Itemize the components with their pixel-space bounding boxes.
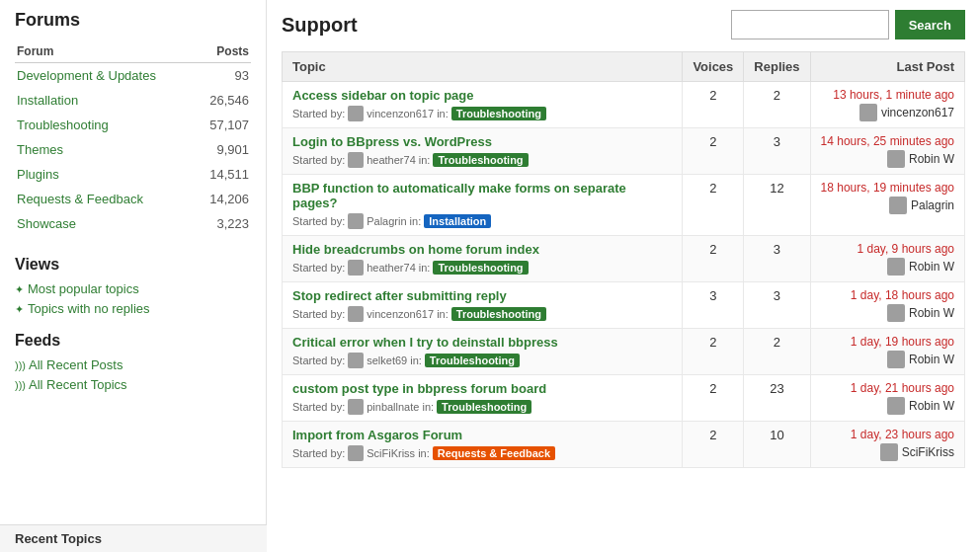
topic-meta: Started by: heather74 in: Troubleshootin… <box>292 152 672 168</box>
topic-row: BBP function to automatically make forms… <box>283 175 965 236</box>
last-post-username: Robin W <box>909 399 954 413</box>
topic-voices: 2 <box>683 128 744 175</box>
topic-tag[interactable]: Troubleshooting <box>433 261 528 275</box>
feeds-section-title: Feeds <box>15 332 251 350</box>
topic-author: SciFiKriss in: <box>367 447 430 459</box>
forum-posts: 57,107 <box>197 113 251 137</box>
topic-title-link[interactable]: Login to BBpress vs. WordPress <box>292 134 672 149</box>
topic-tag[interactable]: Installation <box>424 214 491 228</box>
forum-name[interactable]: Development & Updates <box>15 63 197 89</box>
topic-title-link[interactable]: Hide breadcrumbs on home forum index <box>292 242 672 257</box>
forum-posts: 3,223 <box>197 211 251 236</box>
topic-meta: Started by: vincenzon617 in: Troubleshoo… <box>292 106 672 121</box>
forum-link[interactable]: Requests & Feedback <box>17 192 143 206</box>
avatar <box>859 104 877 121</box>
forum-name[interactable]: Installation <box>15 88 197 113</box>
topic-col-header: Topic <box>283 52 683 82</box>
forum-link[interactable]: Installation <box>17 93 78 108</box>
avatar <box>348 106 364 121</box>
topic-meta: Started by: SciFiKriss in: Requests & Fe… <box>292 445 672 461</box>
forum-link[interactable]: Plugins <box>17 167 59 182</box>
last-post-user: Robin W <box>821 150 954 168</box>
avatar <box>348 152 364 168</box>
views-link[interactable]: Most popular topics <box>28 281 139 296</box>
avatar <box>887 258 905 276</box>
topic-tag[interactable]: Troubleshooting <box>451 307 546 321</box>
views-link[interactable]: Topics with no replies <box>28 301 150 316</box>
topic-title-link[interactable]: Stop redirect after submitting reply <box>292 288 672 303</box>
forum-link[interactable]: Showcase <box>17 216 76 231</box>
forum-name[interactable]: Showcase <box>15 211 197 236</box>
last-post-user: Robin W <box>821 351 954 368</box>
last-post-user: Palagrin <box>821 197 954 214</box>
forum-name[interactable]: Requests & Feedback <box>15 187 197 211</box>
sidebar: Forums Forum Posts Development & Updates… <box>0 0 267 552</box>
topic-row: Critical error when I try to deinstall b… <box>283 329 965 375</box>
topic-meta: Started by: vincenzon617 in: Troubleshoo… <box>292 306 672 322</box>
topic-tag[interactable]: Requests & Feedback <box>433 446 555 460</box>
feeds-link[interactable]: All Recent Posts <box>29 357 122 372</box>
forum-name[interactable]: Troubleshooting <box>15 113 197 137</box>
forum-link[interactable]: Themes <box>17 142 63 157</box>
topic-tag[interactable]: Troubleshooting <box>425 354 520 367</box>
topic-last-post: 1 day, 18 hours ago Robin W <box>810 282 964 329</box>
last-post-user: Robin W <box>821 258 954 276</box>
last-post-username: Robin W <box>909 260 954 274</box>
topic-meta: Started by: heather74 in: Troubleshootin… <box>292 260 672 276</box>
last-post-user: SciFiKriss <box>821 443 954 461</box>
last-post-username: vincenzon617 <box>881 106 954 119</box>
last-post-time: 1 day, 21 hours ago <box>821 381 954 395</box>
forum-row: Plugins 14,511 <box>15 162 251 187</box>
forum-name[interactable]: Themes <box>15 137 197 162</box>
topic-row: Import from Asgaros Forum Started by: Sc… <box>283 422 965 468</box>
topic-title-link[interactable]: Critical error when I try to deinstall b… <box>292 335 672 350</box>
feeds-link[interactable]: All Recent Topics <box>29 377 126 392</box>
topic-tag[interactable]: Troubleshooting <box>433 153 528 167</box>
forum-name[interactable]: Plugins <box>15 162 197 187</box>
topic-replies: 12 <box>744 175 810 236</box>
last-post-time: 14 hours, 25 minutes ago <box>821 134 954 148</box>
topic-voices: 2 <box>683 329 744 375</box>
forum-col-header: Forum <box>15 40 197 63</box>
forum-posts: 14,206 <box>197 187 251 211</box>
topic-tag[interactable]: Troubleshooting <box>437 400 531 414</box>
avatar <box>348 353 364 368</box>
topic-title-link[interactable]: custom post type in bbpress forum board <box>292 381 672 396</box>
last-post-time: 13 hours, 1 minute ago <box>821 88 954 102</box>
forum-link[interactable]: Troubleshooting <box>17 118 109 132</box>
topic-author: vincenzon617 in: <box>367 108 449 119</box>
topic-author: pinballnate in: <box>367 401 434 413</box>
last-post-time: 1 day, 18 hours ago <box>821 288 954 302</box>
search-input[interactable] <box>731 10 889 39</box>
topic-author: heather74 in: <box>367 154 430 166</box>
last-post-username: SciFiKriss <box>902 445 954 459</box>
topic-voices: 2 <box>683 82 744 128</box>
forum-row: Development & Updates 93 <box>15 63 251 89</box>
topic-cell: Import from Asgaros Forum Started by: Sc… <box>283 422 683 468</box>
last-post-username: Robin W <box>909 306 954 320</box>
views-list-item: Most popular topics <box>15 281 251 296</box>
topic-title-link[interactable]: Import from Asgaros Forum <box>292 428 672 442</box>
topic-cell: BBP function to automatically make forms… <box>283 175 683 236</box>
search-button[interactable]: Search <box>895 10 965 39</box>
started-by-label: Started by: <box>292 355 345 366</box>
forum-posts: 93 <box>197 63 251 89</box>
topic-row: Access sidebar on topic page Started by:… <box>283 82 965 128</box>
last-post-username: Palagrin <box>911 198 954 212</box>
topic-title-link[interactable]: BBP function to automatically make forms… <box>292 181 672 210</box>
last-post-time: 1 day, 9 hours ago <box>821 242 954 256</box>
feeds-list-item: All Recent Topics <box>15 377 251 392</box>
topic-tag[interactable]: Troubleshooting <box>451 107 546 120</box>
topic-replies: 3 <box>744 236 810 282</box>
topic-title-link[interactable]: Access sidebar on topic page <box>292 88 672 103</box>
topic-last-post: 1 day, 23 hours ago SciFiKriss <box>810 422 964 468</box>
forum-posts: 14,511 <box>197 162 251 187</box>
forum-link[interactable]: Development & Updates <box>17 68 156 83</box>
posts-col-header: Posts <box>197 40 251 63</box>
topic-replies: 23 <box>744 375 810 422</box>
started-by-label: Started by: <box>292 401 345 413</box>
forum-row: Installation 26,546 <box>15 88 251 113</box>
topic-last-post: 1 day, 9 hours ago Robin W <box>810 236 964 282</box>
last-post-username: Robin W <box>909 152 954 166</box>
topic-replies: 2 <box>744 82 810 128</box>
